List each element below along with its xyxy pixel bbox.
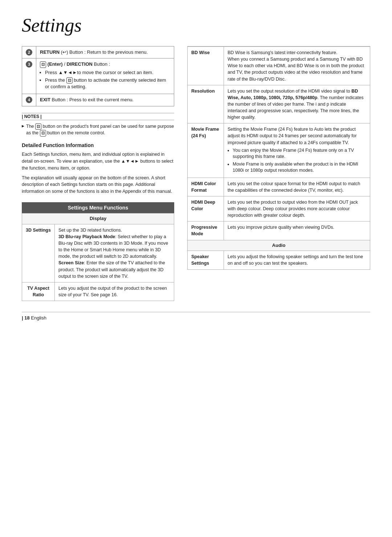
smf-screen-size-label: Screen Size bbox=[58, 260, 84, 265]
button-num: 3 bbox=[22, 58, 36, 94]
enter-bullet-1: Press ▲▼◄►to move the cursor or select a… bbox=[45, 69, 170, 76]
exit-desc: Button : Press to exit the current menu. bbox=[52, 97, 134, 102]
return-desc: Button : Return to the previous menu. bbox=[69, 49, 148, 55]
smf-header: Settings Menu Functions bbox=[22, 202, 174, 213]
page-title: Settings bbox=[22, 15, 370, 36]
smf-3d-mode-label: 3D Blu-ray Playback Mode bbox=[58, 234, 115, 239]
button-return-desc: RETURN (↩) Button : Return to the previo… bbox=[36, 46, 174, 58]
right-table: BD Wise BD Wise is Samsung's latest inte… bbox=[187, 46, 370, 270]
smf-display-header-row: Display bbox=[22, 213, 174, 224]
button-num: 2 bbox=[22, 46, 36, 58]
resolution-row: Resolution Lets you set the output resol… bbox=[188, 85, 370, 123]
return-label: RETURN bbox=[40, 49, 60, 55]
return-symbol: (↩) bbox=[61, 49, 69, 55]
enter-bullet-list: Press ▲▼◄►to move the cursor or select a… bbox=[40, 69, 170, 90]
bd-wise-label: BD Wise bbox=[188, 47, 224, 85]
resolution-values: BD Wise, Auto, 1080p, 1080i, 720p, 576p/… bbox=[228, 89, 358, 100]
button-exit-desc: EXIT Button : Press to exit the current … bbox=[36, 94, 174, 106]
smf-tv-aspect-row: TV AspectRatio Lets you adjust the outpu… bbox=[22, 282, 174, 301]
page-number: | 18 bbox=[22, 315, 30, 321]
movie-frame-label: Movie Frame(24 Fs) bbox=[188, 123, 224, 178]
progressive-mode-row: ProgressiveMode Lets you improve picture… bbox=[188, 221, 370, 240]
notes-title: | NOTES | bbox=[22, 113, 174, 120]
right-column: BD Wise BD Wise is Samsung's latest inte… bbox=[187, 46, 370, 301]
circle-num-2: 2 bbox=[26, 49, 32, 56]
enter-label: (Enter) bbox=[48, 61, 63, 67]
hdmi-color-format-row: HDMI ColorFormat Lets you set the colour… bbox=[188, 178, 370, 196]
notes-icon-2: ⊡ bbox=[40, 130, 46, 137]
movie-frame-desc: Setting the Movie Frame (24 Fs) feature … bbox=[224, 123, 370, 178]
bd-wise-desc: BD Wise is Samsung's latest inter-connec… bbox=[224, 47, 370, 85]
hdmi-deep-color-label: HDMI DeepColor bbox=[188, 196, 224, 221]
table-row: 4 EXIT Button : Press to exit the curren… bbox=[22, 94, 174, 106]
movie-frame-bullets: You can enjoy the Movie Frame (24 Fs) fe… bbox=[228, 147, 366, 174]
speaker-settings-row: SpeakerSettings Lets you adjust the foll… bbox=[188, 251, 370, 269]
resolution-desc: Lets you set the output resolution of th… bbox=[224, 85, 370, 123]
speaker-settings-label: SpeakerSettings bbox=[188, 251, 224, 269]
direction-label: DIRECTION bbox=[66, 61, 93, 67]
speaker-settings-desc: Lets you adjust the following speaker se… bbox=[224, 251, 370, 269]
dfi-section: Detailed Function Information Each Setti… bbox=[22, 142, 174, 195]
dfi-para-2: The explanation will usually appear on t… bbox=[22, 175, 174, 195]
table-row: 3 ⊡ (Enter) / DIRECTION Button : Press ▲… bbox=[22, 58, 174, 94]
notes-icon-1: ⊡ bbox=[35, 123, 41, 130]
hdmi-deep-color-desc: Lets you set the product to output video… bbox=[224, 196, 370, 221]
dfi-title: Detailed Function Information bbox=[22, 142, 174, 148]
button-num: 4 bbox=[22, 94, 36, 106]
enter-btn-icon: ⊡ bbox=[66, 77, 73, 84]
dfi-para-1: Each Settings function, menu item, and i… bbox=[22, 151, 174, 171]
circle-num-3: 3 bbox=[26, 61, 32, 68]
exit-label: EXIT bbox=[40, 97, 50, 102]
smf-3d-settings-row: 3D Settings Set up the 3D related functi… bbox=[22, 224, 174, 282]
smf-tv-aspect-desc: Lets you adjust the output of the produc… bbox=[55, 282, 174, 301]
table-row: 2 RETURN (↩) Button : Return to the prev… bbox=[22, 46, 174, 58]
enter-icon: ⊡ bbox=[40, 61, 46, 68]
circle-num-4: 4 bbox=[26, 97, 32, 103]
direction-text: Button : bbox=[94, 61, 110, 67]
movie-frame-bullet-2: Movie Frame is only available when the p… bbox=[233, 161, 366, 174]
bd-wise-row: BD Wise BD Wise is Samsung's latest inte… bbox=[188, 47, 370, 85]
movie-frame-bullet-1: You can enjoy the Movie Frame (24 Fs) fe… bbox=[233, 147, 366, 160]
smf-3d-label: 3D Settings bbox=[22, 224, 55, 282]
notes-item-1: The ⊡ button on the product's front pane… bbox=[22, 123, 174, 137]
movie-frame-row: Movie Frame(24 Fs) Setting the Movie Fra… bbox=[188, 123, 370, 178]
resolution-label: Resolution bbox=[188, 85, 224, 123]
progressive-mode-label: ProgressiveMode bbox=[188, 221, 224, 240]
notes-section: | NOTES | The ⊡ button on the product's … bbox=[22, 113, 174, 137]
hdmi-color-format-desc: Lets you set the colour space format for… bbox=[224, 178, 370, 196]
hdmi-deep-color-row: HDMI DeepColor Lets you set the product … bbox=[188, 196, 370, 221]
enter-bullet-2: Press the ⊡ button to activate the curre… bbox=[45, 77, 170, 90]
audio-section-header: Audio bbox=[188, 240, 370, 251]
button-info-table: 2 RETURN (↩) Button : Return to the prev… bbox=[22, 46, 174, 106]
footer-language: English bbox=[31, 315, 46, 321]
footer: | 18 English bbox=[22, 312, 370, 321]
smf-table: Display 3D Settings Set up the 3D relate… bbox=[22, 213, 174, 301]
progressive-mode-desc: Lets you improve picture quality when vi… bbox=[224, 221, 370, 240]
smf-tv-aspect-label: TV AspectRatio bbox=[22, 282, 55, 301]
hdmi-color-format-label: HDMI ColorFormat bbox=[188, 178, 224, 196]
enter-title-line: ⊡ (Enter) / DIRECTION Button : bbox=[40, 61, 170, 68]
smf-display-header: Display bbox=[22, 213, 174, 224]
left-column: 2 RETURN (↩) Button : Return to the prev… bbox=[22, 46, 174, 301]
button-enter-desc: ⊡ (Enter) / DIRECTION Button : Press ▲▼◄… bbox=[36, 58, 174, 94]
audio-header-row: Audio bbox=[188, 240, 370, 251]
smf-3d-desc: Set up the 3D related functions. 3D Blu-… bbox=[55, 224, 174, 282]
